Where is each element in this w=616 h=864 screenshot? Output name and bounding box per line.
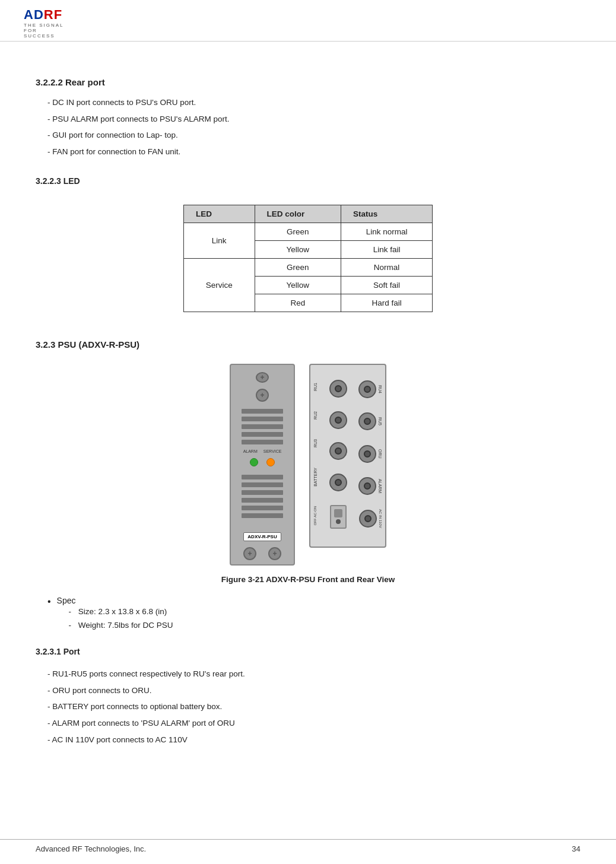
ru4-connector <box>358 380 376 398</box>
ru3-connector <box>329 442 347 460</box>
ru1-label: RU1 <box>313 383 317 391</box>
psu-slot <box>242 417 283 421</box>
psu-slot <box>242 506 283 510</box>
ru1-connector <box>329 380 347 398</box>
psu-slot <box>242 482 283 487</box>
battery-label: BATTERY <box>313 468 317 487</box>
psu-screw-top-left <box>256 372 269 383</box>
table-row: Link Green Link normal <box>184 223 433 241</box>
service-label: SERVICE <box>263 449 282 453</box>
psu-slots <box>242 409 283 444</box>
spec-section: • Spec Size: 2.3 x 13.8 x 6.8 (in) Weigh… <box>47 596 580 633</box>
battery-connector <box>329 474 347 491</box>
psu-front-panel: ALARM SERVICE ADXV-R <box>230 364 295 566</box>
psu-screw-top-right <box>256 389 269 402</box>
psu-slot <box>242 475 283 479</box>
list-item: AC IN 110V port connects to AC 110V <box>47 732 580 748</box>
spec-size: Size: 2.3 x 13.8 x 6.8 (in) <box>69 605 173 619</box>
service-led <box>266 458 275 466</box>
switch-dot <box>336 519 341 524</box>
status-cell: Link fail <box>341 241 433 259</box>
ru1-connector-inner <box>335 385 342 392</box>
ru5-connector-inner <box>364 418 371 425</box>
psu-screw-bottom-left <box>243 547 256 560</box>
led-color-cell: Yellow <box>255 241 341 259</box>
oru-connector-inner <box>364 450 371 458</box>
alarm-label: ALARM <box>243 449 258 453</box>
page-footer: Advanced RF Technologies, Inc. 34 <box>0 839 616 853</box>
ru5-label: RU5 <box>378 417 382 425</box>
rear-left-labels: RU1 RU2 RU3 BATTERY OFF AC·ON <box>313 371 317 537</box>
psu-rear-inner: RU1 RU2 RU3 BATTERY OFF AC·ON <box>313 371 382 537</box>
ru3-label: RU3 <box>313 439 317 447</box>
rear-center-connectors <box>317 371 358 537</box>
led-table-wrapper: LED LED color Status Link Green Link nor… <box>36 195 580 322</box>
figure-caption: Figure 3-21 ADXV-R-PSU Front and Rear Vi… <box>221 575 395 584</box>
list-item: PSU ALARM port connects to PSU's ALARM p… <box>47 111 580 128</box>
figure-image: ALARM SERVICE ADXV-R <box>230 364 386 566</box>
ru2-connector-inner <box>335 417 342 424</box>
section-322-list: DC IN port connects to PSU's ORU port. P… <box>36 94 580 160</box>
footer-company: Advanced RF Technologies, Inc. <box>36 844 146 853</box>
ac110v-connector-inner <box>364 515 371 522</box>
alarm-conn-label: ALARM <box>378 479 382 493</box>
spec-weight: Weight: 7.5lbs for DC PSU <box>69 619 173 633</box>
footer-page: 34 <box>572 844 580 853</box>
psu-slot <box>242 498 283 503</box>
table-row: Service Green Normal <box>184 259 433 277</box>
section-3231-title: 3.2.3.1 Port <box>36 647 580 656</box>
psu-rear-panel: RU1 RU2 RU3 BATTERY OFF AC·ON <box>309 364 386 548</box>
col-status: Status <box>341 205 433 223</box>
alarm-led <box>250 458 258 466</box>
list-item: ORU port connects to ORU. <box>47 682 580 699</box>
col-led-color: LED color <box>255 205 341 223</box>
status-cell: Link normal <box>341 223 433 241</box>
led-color-cell: Yellow <box>255 277 341 294</box>
list-item: ALARM port connects to 'PSU ALARM' port … <box>47 715 580 732</box>
logo-container: ADRF THE SIGNAL FOR SUCCESS <box>24 7 65 34</box>
switch-knob <box>334 509 342 517</box>
logo-box: ADRF THE SIGNAL FOR SUCCESS <box>24 7 65 34</box>
spec-label: Spec <box>57 596 76 605</box>
status-cell: Normal <box>341 259 433 277</box>
spec-bullet: • Spec Size: 2.3 x 13.8 x 6.8 (in) Weigh… <box>47 596 580 633</box>
alarm-connector <box>358 477 376 495</box>
ru2-label: RU2 <box>313 411 317 420</box>
section-322-title: 3.2.2.2 Rear port <box>36 77 580 87</box>
psu-slot <box>242 424 283 429</box>
list-item: GUI port for connection to Lap- top. <box>47 127 580 144</box>
section-323-title: 3.2.2.3 LED <box>36 176 580 186</box>
power-switch[interactable] <box>330 505 347 529</box>
col-led: LED <box>184 205 255 223</box>
list-item: BATTERY port connects to optional batter… <box>47 698 580 715</box>
logo-tagline: THE SIGNAL FOR SUCCESS <box>24 23 65 39</box>
oru-connector <box>358 445 376 463</box>
psu-slot <box>242 440 283 444</box>
psu-led-labels: ALARM SERVICE <box>243 449 282 453</box>
psu-slots-lower <box>242 475 283 518</box>
ru2-connector <box>329 411 347 429</box>
main-content: 3.2.2.2 Rear port DC IN port connects to… <box>0 42 616 789</box>
figure-container: ALARM SERVICE ADXV-R <box>36 364 580 584</box>
led-service-cell: Service <box>184 259 255 312</box>
led-color-cell: Green <box>255 223 341 241</box>
ru5-connector <box>358 412 376 430</box>
psu-screw-bottom-right <box>268 547 281 560</box>
psu-slot <box>242 490 283 495</box>
list-item: RU1-RU5 ports connect respectively to RU… <box>47 666 580 682</box>
psu-slot <box>242 513 283 518</box>
led-table: LED LED color Status Link Green Link nor… <box>183 205 433 312</box>
led-color-cell: Green <box>255 259 341 277</box>
ac110v-connector <box>359 510 377 528</box>
psu-leds <box>250 458 275 466</box>
page-header: ADRF THE SIGNAL FOR SUCCESS <box>0 0 616 42</box>
spec-bullet-dot: • <box>47 596 51 607</box>
led-link-cell: Link <box>184 223 255 259</box>
logo-text: ADRF <box>24 7 65 23</box>
led-color-cell: Red <box>255 294 341 312</box>
psu-slot <box>242 409 283 414</box>
battery-connector-inner <box>335 479 342 486</box>
list-item: FAN port for connection to FAN unit. <box>47 144 580 160</box>
psu-slot <box>242 432 283 437</box>
ru4-label: RU4 <box>378 385 382 393</box>
